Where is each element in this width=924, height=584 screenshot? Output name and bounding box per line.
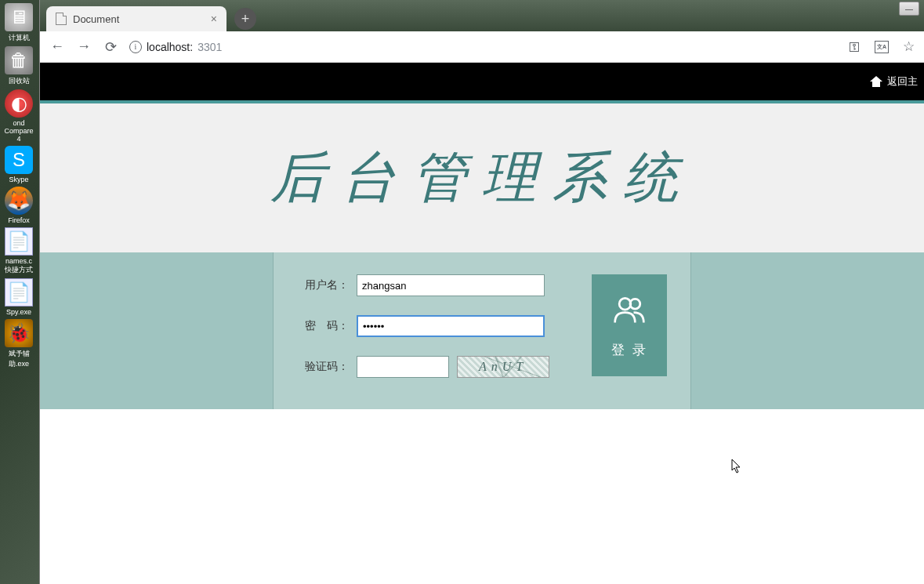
desktop-background: 🖥 计算机 🗑 回收站 ◐ ond Compare 4 S Skype 🦊 Fi… [0,0,39,584]
translate-icon[interactable]: 文A [875,41,889,53]
tab-bar: Document × + — [40,0,924,31]
page-title: 后台管理系统 [270,141,694,215]
tab-title: Document [73,13,119,25]
captcha-label: 验证码： [297,360,349,374]
bookmark-star-icon[interactable]: ☆ [903,38,915,55]
desktop-icon-compare[interactable]: ◐ ond Compare 4 [2,89,36,143]
desktop-icon-firefox[interactable]: 🦊 Firefox [2,187,36,224]
password-input[interactable] [357,315,545,337]
login-button[interactable]: 登录 [592,274,667,376]
url-field[interactable]: i localhost:3301 [129,41,838,53]
forward-button[interactable]: → [76,38,92,55]
url-host: localhost: [147,41,193,53]
captcha-input[interactable] [357,356,449,378]
url-port: 3301 [197,41,222,53]
desktop-icon-label: ond Compare 4 [2,119,36,143]
return-home-link[interactable]: 返回主 [887,74,918,89]
desktop-icon-label: Spy.exe [2,308,36,316]
password-label: 密 码： [297,319,349,333]
password-key-icon[interactable]: ⚿ [849,40,861,53]
login-panel: 用户名： 密 码： 验证码： AnUT [273,252,691,409]
login-form: 用户名： 密 码： 验证码： AnUT [297,274,576,387]
captcha-image[interactable]: AnUT [457,356,549,378]
back-button[interactable]: ← [49,38,65,55]
desktop-icon-file1[interactable]: 📄 names.c 快捷方式 [2,227,36,275]
username-label: 用户名： [297,278,349,292]
username-input[interactable] [357,274,545,296]
desktop-icon-spy[interactable]: 📄 Spy.exe [2,278,36,316]
reload-button[interactable]: ⟳ [103,38,118,56]
desktop-icon-label: 斌予辅助.exe [2,349,36,369]
desktop-icon-label: 回收站 [2,76,36,86]
login-button-text: 登录 [605,341,654,359]
login-section: 用户名： 密 码： 验证码： AnUT [40,252,924,409]
desktop-icon-recycle[interactable]: 🗑 回收站 [2,46,36,86]
desktop-icon-skype[interactable]: S Skype [2,146,36,183]
desktop-icon-label: Skype [2,176,36,183]
document-icon [56,13,67,25]
site-info-icon[interactable]: i [129,41,142,53]
desktop-icon-label: names.c 快捷方式 [2,257,36,275]
page-content: 返回主 后台管理系统 用户名： 密 码： 验证码： [40,63,924,584]
desktop-icon-label: Firefox [2,216,36,224]
users-icon [612,292,647,327]
desktop-icon-label: 计算机 [2,33,36,43]
browser-tab[interactable]: Document × [46,6,226,31]
address-bar: ← → ⟳ i localhost:3301 ⚿ 文A ☆ [40,31,924,63]
window-minimize-button[interactable]: — [899,2,919,16]
tab-close-icon[interactable]: × [211,13,217,25]
home-icon [870,76,882,87]
browser-window: Document × + — ← → ⟳ i localhost:3301 ⚿ … [39,0,924,584]
desktop-icon-computer[interactable]: 🖥 计算机 [2,3,36,43]
new-tab-button[interactable]: + [234,8,256,30]
desktop-icon-bug[interactable]: 🐞 斌予辅助.exe [2,319,36,369]
title-section: 后台管理系统 [40,103,924,252]
page-header: 返回主 [40,63,924,103]
